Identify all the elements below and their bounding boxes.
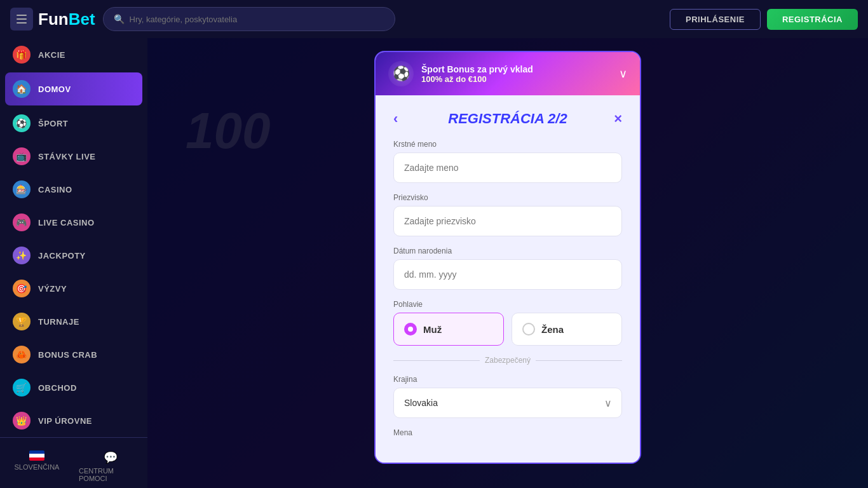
security-line-left	[393, 360, 480, 361]
challenge-icon: 🎯	[13, 280, 31, 297]
modal-body: ‹ REGISTRÁCIA 2/2 × Krstné meno Priezvis…	[376, 95, 640, 463]
sidebar-item-domov[interactable]: 🏠 DOMOV	[5, 72, 142, 105]
sidebar-item-live-casino[interactable]: 🎮 LIVE CASINO	[0, 206, 147, 239]
sidebar-item-label: BONUS CRAB	[38, 350, 97, 360]
dob-input[interactable]	[393, 259, 622, 290]
radio-female-icon	[522, 323, 535, 336]
help-label: CENTRUM POMOCI	[79, 467, 142, 482]
sidebar-item-label: VÝZVY	[38, 284, 67, 294]
sidebar-item-label: TURNAJE	[38, 317, 79, 327]
sidebar-item-stavky-live[interactable]: 📺 STÁVKY LIVE	[0, 140, 147, 173]
gender-female-option[interactable]: Žena	[512, 313, 622, 346]
nav-right: PRIHLÁSENIE REGISTRÁCIA	[670, 9, 858, 30]
country-select-wrapper: Slovakia ∨	[393, 388, 622, 418]
bonus-title: Šport Bonus za prvý vklad	[421, 64, 611, 74]
sidebar-item-label: CASINO	[38, 185, 72, 194]
sidebar-item-label: AKCIE	[38, 50, 65, 60]
sidebar-item-turnaje[interactable]: 🏆 TURNAJE	[0, 305, 147, 338]
sidebar-item-label: STÁVKY LIVE	[38, 152, 96, 161]
live-casino-icon: 🎮	[13, 214, 31, 231]
gender-label: Pohlavie	[393, 300, 622, 309]
sport-icon: ⚽	[13, 114, 31, 132]
lastname-input[interactable]	[393, 206, 622, 236]
firstname-label: Krstné meno	[393, 140, 622, 149]
dob-label: Dátum narodenia	[393, 247, 622, 255]
sidebar-item-label: DOMOV	[38, 85, 71, 94]
sidebar-item-label: OBCHOD	[38, 383, 77, 393]
register-button[interactable]: REGISTRÁCIA	[767, 9, 858, 30]
sidebar-item-akcie[interactable]: 🎁 AKCIE	[0, 38, 147, 71]
sidebar-toggle-button[interactable]	[10, 8, 33, 30]
modal-title: REGISTRÁCIA 2/2	[448, 111, 567, 127]
currency-label: Mena	[393, 428, 622, 437]
sidebar: 🎁 AKCIE 🏠 DOMOV ⚽ ŠPORT 📺 STÁVKY LIVE 🎰 …	[0, 38, 147, 488]
country-select[interactable]: Slovakia	[393, 388, 622, 418]
sidebar-item-sport[interactable]: ⚽ ŠPORT	[0, 107, 147, 140]
bonus-subtitle: 100% až do €100	[421, 74, 611, 84]
help-center[interactable]: 💬 CENTRUM POMOCI	[74, 445, 147, 487]
sidebar-item-label: LIVE CASINO	[38, 218, 95, 227]
modal-close-button[interactable]: ×	[614, 111, 622, 127]
security-text: Zabezpečený	[485, 356, 531, 365]
lastname-group: Priezvisko	[393, 193, 622, 236]
bonus-chevron-icon: ∨	[619, 67, 627, 81]
firstname-group: Krstné meno	[393, 140, 622, 183]
firstname-input[interactable]	[393, 152, 622, 183]
language-label: SLOVENČINA	[15, 463, 60, 471]
search-icon: 🔍	[114, 14, 125, 24]
casino-icon: 🎰	[13, 180, 31, 198]
sidebar-bottom: SLOVENČINA 💬 CENTRUM POMOCI	[0, 437, 147, 488]
bonus-icon: ⚽	[388, 61, 414, 86]
login-button[interactable]: PRIHLÁSENIE	[670, 9, 761, 30]
modal-back-button[interactable]: ‹	[393, 111, 398, 127]
dob-group: Dátum narodenia	[393, 247, 622, 290]
sidebar-item-label: JACKPOTY	[38, 251, 86, 261]
logo-area: FunBet	[10, 8, 95, 30]
gender-male-label: Muž	[423, 324, 442, 335]
registration-modal: ⚽ Šport Bonus za prvý vklad 100% až do €…	[374, 51, 641, 464]
language-selector[interactable]: SLOVENČINA	[0, 445, 74, 487]
help-icon: 💬	[104, 451, 118, 464]
sidebar-item-vip-urovne[interactable]: 👑 VIP ÚROVNE	[0, 404, 147, 437]
sidebar-item-label: ŠPORT	[38, 119, 68, 128]
country-label: Krajina	[393, 375, 622, 384]
home-icon: 🏠	[13, 80, 31, 98]
bonus-text: Šport Bonus za prvý vklad 100% až do €10…	[421, 64, 611, 84]
flag-icon	[29, 451, 44, 461]
search-input[interactable]	[130, 15, 384, 24]
modal-header: ‹ REGISTRÁCIA 2/2 ×	[393, 111, 622, 127]
sidebar-item-casino[interactable]: 🎰 CASINO	[0, 173, 147, 206]
lastname-label: Priezvisko	[393, 193, 622, 202]
logo-bet: Bet	[69, 10, 95, 29]
shop-icon: 🛒	[13, 379, 31, 396]
jackpot-icon: ✨	[13, 247, 31, 264]
vip-icon: 👑	[13, 412, 31, 430]
bonus-banner[interactable]: ⚽ Šport Bonus za prvý vklad 100% až do €…	[376, 52, 640, 95]
sidebar-item-vyzvy[interactable]: 🎯 VÝZVY	[0, 272, 147, 305]
topnav: FunBet 🔍 PRIHLÁSENIE REGISTRÁCIA	[0, 0, 868, 38]
gender-group: Pohlavie Muž Žena	[393, 300, 622, 346]
sidebar-item-obchod[interactable]: 🛒 OBCHOD	[0, 371, 147, 404]
sidebar-item-bonus-crab[interactable]: 🦀 BONUS CRAB	[0, 338, 147, 371]
main-content: 100 ⚽ Šport Bonus za prvý vklad 100% až …	[147, 38, 868, 488]
gender-female-label: Žena	[541, 324, 564, 335]
logo-fun: Fun	[38, 10, 69, 29]
currency-group: Mena	[393, 428, 622, 437]
gender-male-option[interactable]: Muž	[393, 313, 504, 346]
gender-options: Muž Žena	[393, 313, 622, 346]
tournament-icon: 🏆	[13, 313, 31, 330]
security-line-right	[536, 360, 622, 361]
country-group: Krajina Slovakia ∨	[393, 375, 622, 418]
modal-wrapper: ⚽ Šport Bonus za prvý vklad 100% až do €…	[147, 38, 868, 488]
live-icon: 📺	[13, 147, 31, 165]
sidebar-item-label: VIP ÚROVNE	[38, 416, 92, 426]
crab-icon: 🦀	[13, 346, 31, 363]
logo: FunBet	[38, 10, 95, 29]
search-bar[interactable]: 🔍	[103, 7, 395, 31]
security-line: Zabezpečený	[393, 356, 622, 365]
radio-male-icon	[404, 323, 417, 336]
main-layout: 🎁 AKCIE 🏠 DOMOV ⚽ ŠPORT 📺 STÁVKY LIVE 🎰 …	[0, 38, 868, 488]
gift-icon: 🎁	[13, 46, 31, 64]
sidebar-item-jackpoty[interactable]: ✨ JACKPOTY	[0, 239, 147, 272]
